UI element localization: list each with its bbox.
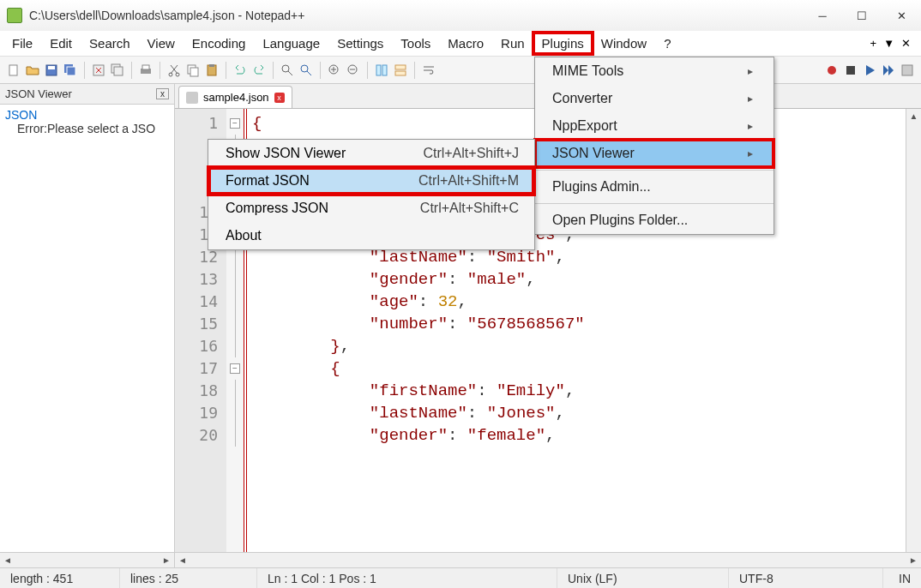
window-controls: ─ ☐ ✕ bbox=[803, 0, 921, 31]
svg-rect-0 bbox=[9, 65, 17, 75]
menu-view[interactable]: View bbox=[139, 33, 184, 54]
tree-error: Error:Please select a JSO bbox=[5, 122, 169, 135]
svg-rect-13 bbox=[190, 68, 198, 76]
sidepanel-hscroll[interactable]: ◄► bbox=[0, 552, 174, 567]
plugins-nppexport[interactable]: NppExport▸ bbox=[535, 112, 774, 140]
menu-encoding[interactable]: Encoding bbox=[184, 33, 255, 54]
save-macro-icon[interactable] bbox=[899, 62, 916, 79]
plugins-admin[interactable]: Plugins Admin... bbox=[535, 173, 774, 201]
status-length: length : 451 bbox=[0, 568, 120, 588]
copy-icon[interactable] bbox=[184, 62, 202, 79]
plugins-dropdown: MIME Tools▸ Converter▸ NppExport▸ JSON V… bbox=[534, 57, 774, 235]
new-tab-icon[interactable]: + bbox=[870, 37, 877, 50]
json-viewer-panel: JSON Viewer x JSON Error:Please select a… bbox=[0, 84, 175, 567]
submenu-show-json-viewer[interactable]: Show JSON Viewer Ctrl+Alt+Shift+J bbox=[208, 140, 534, 167]
menu-tools[interactable]: Tools bbox=[392, 33, 439, 54]
svg-rect-21 bbox=[382, 65, 387, 75]
svg-point-24 bbox=[828, 66, 836, 75]
svg-rect-26 bbox=[902, 65, 912, 75]
vertical-scrollbar[interactable]: ▲ bbox=[906, 109, 921, 552]
close-tab-icon[interactable]: ✕ bbox=[901, 37, 911, 50]
replace-icon[interactable] bbox=[298, 62, 315, 79]
menu-edit[interactable]: Edit bbox=[41, 33, 81, 54]
app-icon bbox=[7, 8, 22, 23]
paste-icon[interactable] bbox=[203, 62, 220, 79]
play-macro-icon[interactable] bbox=[861, 62, 878, 79]
chevron-right-icon: ▸ bbox=[748, 147, 753, 159]
submenu-format-json[interactable]: Format JSON Ctrl+Alt+Shift+M bbox=[208, 167, 534, 195]
titlebar: C:\Users\dell\Downloads\sample4.json - N… bbox=[0, 0, 921, 31]
new-file-icon[interactable] bbox=[5, 62, 22, 79]
undo-icon[interactable] bbox=[232, 62, 249, 79]
json-viewer-submenu: Show JSON Viewer Ctrl+Alt+Shift+J Format… bbox=[208, 139, 535, 250]
menu-settings[interactable]: Settings bbox=[328, 33, 392, 54]
menu-help[interactable]: ? bbox=[655, 33, 679, 54]
svg-rect-20 bbox=[376, 65, 381, 75]
close-all-icon[interactable] bbox=[109, 62, 126, 79]
submenu-compress-json[interactable]: Compress JSON Ctrl+Alt+Shift+C bbox=[208, 195, 534, 222]
file-icon bbox=[186, 92, 198, 104]
svg-rect-9 bbox=[142, 65, 149, 69]
status-lines: lines : 25 bbox=[120, 568, 257, 588]
sidepanel-close-button[interactable]: x bbox=[156, 88, 169, 99]
sync-h-icon[interactable] bbox=[392, 62, 409, 79]
window-title: C:\Users\dell\Downloads\sample4.json - N… bbox=[29, 9, 803, 22]
find-icon[interactable] bbox=[279, 62, 296, 79]
save-all-icon[interactable] bbox=[62, 62, 79, 79]
chevron-right-icon: ▸ bbox=[748, 93, 753, 105]
svg-rect-23 bbox=[395, 71, 406, 75]
plugins-json-viewer[interactable]: JSON Viewer▸ bbox=[535, 140, 774, 167]
toolbar bbox=[0, 57, 921, 84]
zoom-out-icon[interactable] bbox=[345, 62, 362, 79]
menu-search[interactable]: Search bbox=[81, 33, 139, 54]
editor-hscroll[interactable]: ◄► bbox=[175, 552, 921, 567]
status-ins: IN bbox=[883, 568, 921, 588]
minimize-button[interactable]: ─ bbox=[803, 0, 842, 31]
save-icon[interactable] bbox=[43, 62, 60, 79]
wordwrap-icon[interactable] bbox=[420, 62, 437, 79]
zoom-in-icon[interactable] bbox=[326, 62, 343, 79]
menu-macro[interactable]: Macro bbox=[439, 33, 492, 54]
sidepanel-title: JSON Viewer bbox=[5, 87, 72, 100]
menu-run[interactable]: Run bbox=[492, 33, 533, 54]
close-file-icon[interactable] bbox=[90, 62, 107, 79]
redo-icon[interactable] bbox=[250, 62, 268, 79]
svg-rect-7 bbox=[114, 67, 123, 75]
print-icon[interactable] bbox=[137, 62, 154, 79]
menu-plugins[interactable]: Plugins bbox=[533, 33, 593, 54]
svg-point-17 bbox=[301, 65, 308, 72]
plugins-mime-tools[interactable]: MIME Tools▸ bbox=[535, 57, 774, 85]
status-encoding: UTF-8 bbox=[729, 568, 883, 588]
svg-rect-22 bbox=[395, 65, 406, 69]
submenu-about[interactable]: About bbox=[208, 222, 534, 249]
tab-sample4[interactable]: sample4.json x bbox=[178, 86, 292, 108]
maximize-button[interactable]: ☐ bbox=[842, 0, 882, 31]
tab-close-icon[interactable]: x bbox=[274, 93, 285, 103]
open-file-icon[interactable] bbox=[24, 62, 41, 79]
menubar: File Edit Search View Encoding Language … bbox=[0, 31, 921, 57]
svg-rect-2 bbox=[48, 66, 55, 69]
tab-label: sample4.json bbox=[203, 91, 269, 104]
chevron-right-icon: ▸ bbox=[748, 120, 753, 132]
status-eol: Unix (LF) bbox=[557, 568, 729, 588]
play-multi-icon[interactable] bbox=[880, 62, 897, 79]
plugins-converter[interactable]: Converter▸ bbox=[535, 85, 774, 112]
menu-file[interactable]: File bbox=[3, 33, 41, 54]
statusbar: length : 451 lines : 25 Ln : 1 Col : 1 P… bbox=[0, 567, 921, 588]
tree-root[interactable]: JSON bbox=[5, 108, 169, 122]
status-pos: Ln : 1 Col : 1 Pos : 1 bbox=[257, 568, 557, 588]
close-window-button[interactable]: ✕ bbox=[882, 0, 921, 31]
svg-rect-4 bbox=[67, 67, 75, 75]
plugins-open-folder[interactable]: Open Plugins Folder... bbox=[535, 207, 774, 234]
menu-window[interactable]: Window bbox=[593, 33, 655, 54]
menu-language[interactable]: Language bbox=[254, 33, 328, 54]
svg-rect-15 bbox=[209, 64, 214, 67]
svg-rect-25 bbox=[846, 66, 855, 75]
svg-point-16 bbox=[282, 65, 289, 72]
chevron-right-icon: ▸ bbox=[748, 65, 753, 77]
stop-macro-icon[interactable] bbox=[842, 62, 859, 79]
record-macro-icon[interactable] bbox=[823, 62, 840, 79]
sync-v-icon[interactable] bbox=[373, 62, 390, 79]
dropdown-icon[interactable]: ▼ bbox=[883, 37, 894, 50]
cut-icon[interactable] bbox=[166, 62, 183, 79]
